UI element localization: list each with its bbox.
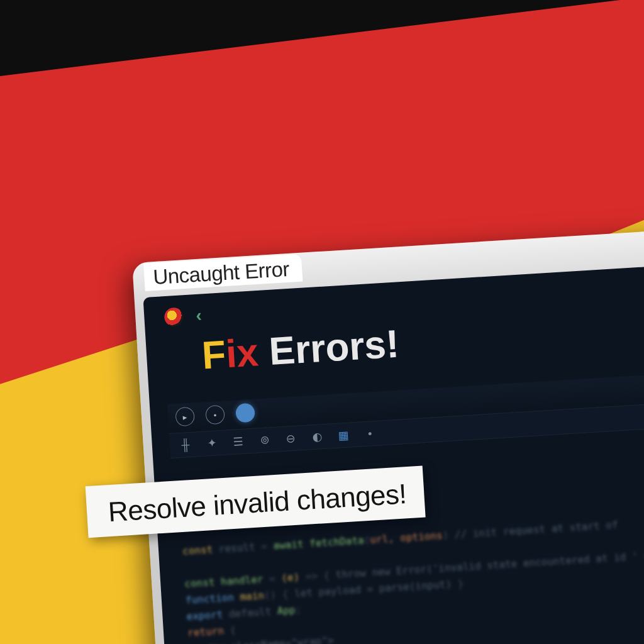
back-icon[interactable]: ‹ — [195, 306, 202, 326]
tool-icon-6[interactable]: ◐ — [310, 430, 325, 444]
control-button-active[interactable] — [235, 403, 255, 423]
tool-icon-8[interactable]: • — [363, 426, 377, 440]
tool-icon-1[interactable]: ╫ — [178, 438, 192, 452]
resolve-banner-text: Resolve invalid changes! — [108, 478, 408, 527]
control-dot-1[interactable]: • — [205, 405, 225, 425]
code-editor[interactable]: const result = await fetchData(url, opti… — [175, 511, 644, 644]
control-button-1[interactable]: ▸ — [175, 407, 195, 427]
window-content: ‹ Fix Errors! ▸ • ╫ ✦ ☰ ⊚ ⊖ ◐ ▦ • Resolv… — [143, 264, 644, 644]
app-logo-icon — [164, 307, 184, 327]
window-tab-title: Uncaught Error — [152, 257, 290, 289]
headline-suffix: Errors! — [257, 322, 401, 374]
tool-icon-7[interactable]: ▦ — [336, 428, 351, 442]
tool-icon-2[interactable]: ✦ — [204, 436, 219, 450]
headline: Fix Errors! — [201, 321, 400, 378]
tool-icon-3[interactable]: ☰ — [231, 435, 245, 449]
headline-part-ix: ix — [225, 330, 260, 375]
tool-icon-4[interactable]: ⊚ — [257, 433, 272, 447]
monitor-frame: Uncaught Error ‹ Fix Errors! ▸ • ╫ ✦ ☰ ⊚… — [132, 228, 644, 644]
headline-part-f: F — [201, 332, 227, 377]
tool-icon-5[interactable]: ⊖ — [284, 431, 298, 446]
